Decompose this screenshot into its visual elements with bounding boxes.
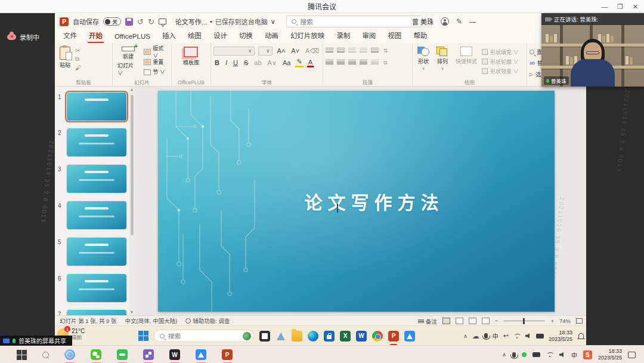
section-button[interactable]: 节 ∨ — [144, 67, 169, 76]
search-input[interactable]: 搜索 — [286, 16, 422, 27]
powerpoint-taskbar-item[interactable]: P — [387, 330, 400, 343]
align-left-icon[interactable] — [326, 60, 333, 66]
zoom-slider[interactable] — [503, 321, 545, 322]
shape-outline-button[interactable]: 形状轮廓 ∨ — [482, 57, 519, 66]
chrome-icon[interactable] — [372, 331, 383, 342]
slide-thumbnail-6[interactable] — [67, 274, 126, 302]
edge-browser-icon[interactable] — [308, 331, 318, 342]
text-shadow-button[interactable]: ab — [253, 59, 262, 66]
notes-button[interactable]: 备注 — [418, 317, 437, 325]
notification-bell-icon[interactable] — [578, 333, 584, 339]
wifi-icon[interactable] — [546, 352, 553, 357]
host-powerpoint-item[interactable]: P — [222, 349, 233, 360]
slide-thumbnail-3[interactable] — [67, 165, 126, 193]
minimize-button[interactable]: — — [601, 3, 608, 10]
scroll-up-icon[interactable]: ▲ — [129, 88, 134, 91]
bullets-icon[interactable] — [326, 48, 333, 54]
meeting-status-icon[interactable] — [522, 352, 527, 357]
reset-button[interactable]: 重置 — [144, 57, 169, 66]
microphone-tray-icon[interactable] — [512, 352, 516, 358]
accessibility-status[interactable]: 辅助功能: 调查 — [185, 316, 230, 325]
fit-slide-button[interactable] — [576, 318, 583, 324]
zoom-level[interactable]: 74% — [559, 318, 571, 324]
paste-button[interactable]: 粘贴 — [57, 45, 73, 78]
shapes-button[interactable]: 形状 ∨ — [415, 45, 432, 78]
tab-draw[interactable]: 绘图 — [182, 29, 208, 43]
volume-icon[interactable] — [559, 352, 565, 358]
cut-icon[interactable]: ✂ — [75, 47, 81, 54]
new-slide-button[interactable]: 新建 幻灯片 ∨ — [115, 45, 141, 78]
template-library-button[interactable]: 模板库 — [181, 45, 202, 78]
device-tray-icon[interactable] — [532, 352, 540, 357]
tray-arrow-icon[interactable]: ↩ — [503, 332, 509, 340]
tab-slideshow[interactable]: 幻灯片放映 — [284, 29, 331, 43]
hidden-icons-caret[interactable]: ∧ — [502, 352, 506, 358]
strikethrough-button[interactable]: S — [243, 59, 249, 66]
shape-fill-button[interactable]: 形状填充 ∨ — [482, 48, 519, 56]
slide-sorter-view-button[interactable] — [456, 318, 463, 324]
host-meeting-item[interactable] — [196, 349, 206, 360]
tab-view[interactable]: 视图 — [382, 29, 407, 43]
format-painter-icon[interactable]: 🖌 — [75, 64, 81, 71]
speaker-video-overlay[interactable]: 正在讲话: 曾美珠: 曾美珠 — [541, 13, 644, 87]
start-presentation-icon[interactable] — [159, 19, 166, 24]
language-indicator[interactable]: 中文(简体, 中国大陆) — [125, 316, 178, 325]
screen-share-banner[interactable]: 曾美珠的屏幕共享 — [0, 336, 72, 346]
save-icon[interactable] — [125, 18, 133, 26]
wifi-icon[interactable] — [513, 334, 521, 339]
zoom-in-button[interactable]: + — [550, 318, 554, 324]
font-name-combo[interactable]: ∨ — [213, 47, 255, 56]
volume-icon[interactable] — [525, 333, 531, 339]
host-wps-item[interactable]: W — [169, 349, 180, 360]
host-search-icon[interactable] — [42, 352, 49, 358]
normal-view-button[interactable] — [442, 318, 450, 324]
smartart-icon[interactable]: ⧉ — [382, 60, 388, 66]
hidden-icons-caret[interactable]: ∧ — [463, 333, 467, 339]
host-clock[interactable]: 18:33 2023/5/25 — [598, 348, 622, 361]
notification-center-icon[interactable] — [628, 352, 636, 358]
copy-icon[interactable]: ⧉ — [75, 56, 81, 63]
justify-icon[interactable] — [360, 60, 367, 66]
ribbon-minimize-icon[interactable]: — — [469, 18, 476, 25]
host-grid-app-item[interactable] — [143, 349, 154, 360]
arrange-button[interactable]: 排列 ∨ — [434, 45, 451, 78]
bold-button[interactable]: B — [213, 59, 221, 66]
numbering-icon[interactable] — [337, 48, 345, 54]
tab-officeplus[interactable]: OfficePLUS — [109, 31, 156, 43]
thumbnail-scrollbar[interactable]: ▲ ▼ — [129, 87, 134, 315]
ime-indicator[interactable]: 中 — [571, 350, 577, 359]
slide-title-text[interactable]: 论文写作方法 — [158, 188, 555, 214]
underline-button[interactable]: U — [232, 59, 239, 66]
excel-icon[interactable]: X — [340, 331, 351, 342]
current-slide[interactable]: 论文写作方法 — [158, 91, 555, 312]
decrease-indent-icon[interactable] — [348, 48, 356, 54]
host-docs-item[interactable] — [117, 349, 128, 360]
host-wechat-item[interactable] — [91, 349, 101, 360]
reading-view-button[interactable] — [469, 318, 476, 324]
align-center-icon[interactable] — [337, 60, 345, 66]
tab-record[interactable]: 录制 — [330, 29, 356, 43]
font-color-button[interactable]: A — [307, 59, 314, 67]
ime-indicator[interactable]: 中 — [493, 331, 499, 340]
taskbar-search[interactable]: 搜索 — [154, 330, 254, 342]
font-size-combo[interactable]: ∨ — [258, 47, 273, 56]
host-browser-item[interactable] — [64, 349, 75, 360]
slide-thumbnail-1[interactable] — [67, 93, 126, 121]
increase-indent-icon[interactable] — [360, 48, 367, 54]
host-start-button[interactable] — [17, 350, 27, 360]
text-direction-icon[interactable]: ⇅ — [382, 48, 389, 54]
italic-button[interactable]: I — [224, 59, 228, 66]
account-icon[interactable] — [441, 17, 449, 26]
highlight-color-button[interactable]: ✎ — [295, 58, 303, 67]
microsoft-store-icon[interactable] — [324, 331, 335, 342]
pinned-app-icon[interactable] — [275, 331, 286, 342]
pen-mode-icon[interactable]: ✎ — [456, 17, 462, 26]
task-view-button[interactable] — [259, 331, 270, 342]
grow-font-button[interactable]: A˄ — [276, 47, 287, 54]
clear-format-button[interactable]: A⌫ — [304, 47, 320, 55]
account-name[interactable]: 曾 美珠 — [412, 17, 434, 26]
scrollbar-thumb[interactable] — [131, 95, 134, 235]
slide-thumbnail-5[interactable] — [67, 238, 126, 266]
onedrive-cloud-icon[interactable]: ☁ — [472, 332, 479, 340]
sogou-input-icon[interactable]: S — [583, 350, 592, 359]
